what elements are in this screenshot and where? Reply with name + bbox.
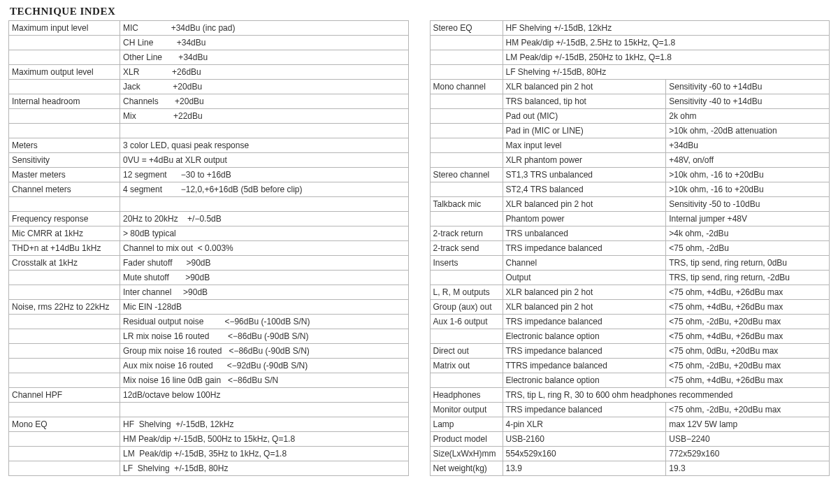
spec-cell: THD+n at +14dBu 1kHz [9,241,120,256]
spec-cell [9,197,120,212]
spec-cell [9,403,120,417]
spec-cell: 554x529x160 [503,447,666,461]
spec-cell: Inserts [430,256,503,271]
spec-cell: Max input level [503,138,666,153]
spec-cell: Maximum input level [9,21,120,36]
table-row: CH Line +34dBu [9,36,409,50]
spec-cell: TRS impedance balanced [503,315,666,329]
left-table: Maximum input levelMIC +34dBu (inc pad)C… [8,20,409,476]
table-row: Size(LxWxH)mm554x529x160772x529x160 [430,447,830,461]
spec-cell: Fader shutoff >90dB [120,256,409,271]
spec-cell: HM Peak/dip +/-15dB, 500Hz to 15kHz, Q=1… [120,432,409,447]
table-row: ST2,4 TRS balanced>10k ohm, -16 to +20dB… [430,182,830,197]
spec-cell: <75 ohm, +4dBu, +26dBu max [666,373,830,388]
table-row: Electronic balance option<75 ohm, +4dBu,… [430,329,830,344]
table-row [9,403,409,417]
page-title: TECHNIQUE INDEX [10,6,830,17]
spec-cell: L, R, M outputs [430,285,503,300]
spec-cell [9,344,120,359]
table-row: Other Line +34dBu [9,50,409,65]
table-row: Pad in (MIC or LINE)>10k ohm, -20dB atte… [430,124,830,138]
spec-cell: +48V, on/off [666,153,830,168]
spec-cell: Channels +20dBu [120,94,409,109]
spec-cell: <75 ohm, -2dBu [666,241,830,256]
spec-cell: 12dB/octave below 100Hz [120,388,409,403]
spec-cell: TRS impedance balanced [503,241,666,256]
right-column: Stereo EQHF Shelving +/-15dB, 12kHzHM Pe… [430,20,830,476]
spec-cell [430,50,503,65]
spec-cell: Sensitivity -40 to +14dBu [666,94,830,109]
spec-cell: Mix +22dBu [120,109,409,124]
spec-cell: Other Line +34dBu [120,50,409,65]
spec-cell: Mono channel [430,80,503,94]
spec-cell [9,36,120,50]
spec-cell: TRS unbalanced [503,226,666,241]
spec-cell [9,109,120,124]
table-row [9,124,409,138]
spec-cell: Stereo channel [430,168,503,182]
spec-cell: Mic EIN -128dB [120,300,409,315]
table-row: Master meters12 segment −30 to +16dB [9,168,409,182]
spec-cell: Pad out (MIC) [503,109,666,124]
table-row: Lamp4-pin XLRmax 12V 5W lamp [430,417,830,432]
spec-cell: Net weight(kg) [430,461,503,476]
table-row: HM Peak/dip +/-15dB, 2.5Hz to 15kHz, Q=1… [430,36,830,50]
spec-cell: Phantom power [503,212,666,226]
table-row: L, R, M outputsXLR balanced pin 2 hot<75… [430,285,830,300]
table-row: Matrix outTTRS impedance balanced<75 ohm… [430,359,830,373]
spec-cell: Maximum output level [9,65,120,80]
spec-cell [430,109,503,124]
spec-cell: CH Line +34dBu [120,36,409,50]
table-row: Mix noise 16 line 0dB gain <−86dBu S/N [9,373,409,388]
spec-cell: max 12V 5W lamp [666,417,830,432]
table-row: HeadphonesTRS, tip L, ring R, 30 to 600 … [430,388,830,403]
spec-cell [430,124,503,138]
spec-cell [430,138,503,153]
table-row: LR mix noise 16 routed <−86dBu (-90dB S/… [9,329,409,344]
table-row: THD+n at +14dBu 1kHzChannel to mix out <… [9,241,409,256]
spec-cell: Sensitivity [9,153,120,168]
spec-cell: Mute shutoff >90dB [120,271,409,285]
spec-cell: TRS, tip L, ring R, 30 to 600 ohm headph… [503,388,830,403]
spec-cell: Pad in (MIC or LINE) [503,124,666,138]
table-row: Inter channel >90dB [9,285,409,300]
table-row: Crosstalk at 1kHzFader shutoff >90dB [9,256,409,271]
table-row: 2-track sendTRS impedance balanced<75 oh… [430,241,830,256]
spec-cell: 13.9 [503,461,666,476]
spec-cell: Headphones [430,388,503,403]
spec-cell [9,271,120,285]
spec-cell: Group mix noise 16 routed <−86dBu (-90dB… [120,344,409,359]
spec-cell: Mix noise 16 line 0dB gain <−86dBu S/N [120,373,409,388]
spec-cell: LM Peak/dip +/-15dB, 35Hz to 1kHz, Q=1.8 [120,447,409,461]
spec-cell [430,271,503,285]
spec-cell: <75 ohm, -2dBu, +20dBu max [666,403,830,417]
spec-cell: <75 ohm, -2dBu, +20dBu max [666,359,830,373]
spec-columns: Maximum input levelMIC +34dBu (inc pad)C… [8,20,830,476]
spec-cell [430,153,503,168]
table-row: Maximum input levelMIC +34dBu (inc pad) [9,21,409,36]
spec-cell: HM Peak/dip +/-15dB, 2.5Hz to 15kHz, Q=1… [503,36,830,50]
spec-cell: <75 ohm, -2dBu, +20dBu max [666,315,830,329]
spec-cell: XLR +26dBu [120,65,409,80]
spec-cell: 4-pin XLR [503,417,666,432]
spec-cell: <75 ohm, +4dBu, +26dBu max [666,329,830,344]
spec-cell [9,461,120,476]
table-row: Talkback micXLR balanced pin 2 hotSensit… [430,197,830,212]
spec-cell: XLR balanced pin 2 hot [503,197,666,212]
spec-cell [9,124,120,138]
table-row: Mix +22dBu [9,109,409,124]
spec-cell [430,373,503,388]
spec-cell [120,124,409,138]
table-row: Channel meters4 segment −12,0,+6+16dB (5… [9,182,409,197]
table-row: Direct outTRS impedance balanced<75 ohm,… [430,344,830,359]
spec-cell: Master meters [9,168,120,182]
table-row: Stereo channelST1,3 TRS unbalanced>10k o… [430,168,830,182]
spec-cell: Residual output noise <−96dBu (-100dB S/… [120,315,409,329]
spec-cell: Meters [9,138,120,153]
spec-cell: 3 color LED, quasi peak response [120,138,409,153]
table-row: Internal headroomChannels +20dBu [9,94,409,109]
table-row: Pad out (MIC)2k ohm [430,109,830,124]
spec-cell: Inter channel >90dB [120,285,409,300]
spec-cell: <75 ohm, +4dBu, +26dBu max [666,300,830,315]
spec-cell: Noise, rms 22Hz to 22kHz [9,300,120,315]
